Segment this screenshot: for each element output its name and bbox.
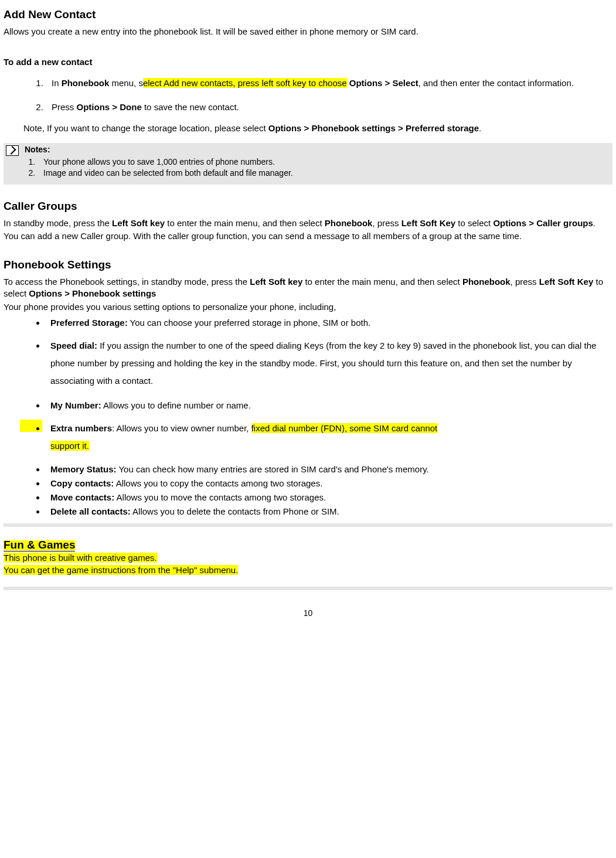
highlight: elect Add new contacts, press left soft …: [143, 78, 347, 88]
text: Note, If you want to change the storage …: [23, 123, 268, 133]
text: .: [593, 218, 595, 228]
storage-note: Note, If you want to change the storage …: [23, 119, 612, 138]
text-bold: Options > Phonebook settings: [29, 288, 156, 298]
section-divider: [4, 523, 612, 527]
text: to select: [455, 218, 493, 228]
label: Move contacts:: [50, 492, 114, 502]
text: to enter the main menu, and then select: [302, 277, 462, 287]
text-bold: Left Soft key: [250, 277, 302, 287]
list-item: Delete all contacts: Allows you to delet…: [46, 505, 612, 517]
text: Allows you to copy the contacts among tw…: [114, 478, 322, 488]
highlight: support it.: [50, 441, 89, 451]
notes-item: Your phone allows you to save 1,000 entr…: [38, 156, 610, 168]
text: : Allows you to view owner number,: [112, 423, 251, 433]
text-bold: Options > Done: [77, 102, 142, 112]
text: You can check how many entries are store…: [117, 464, 429, 474]
steps-list: In Phonebook menu, select Add new contac…: [4, 74, 612, 113]
step-2: Press Options > Done to save the new con…: [46, 101, 612, 113]
list-item: Memory Status: You can check how many en…: [46, 463, 612, 475]
text-bold: Phonebook: [462, 277, 511, 287]
heading-caller-groups: Caller Groups: [4, 199, 612, 214]
highlight: fixed dial number (FDN), some SIM card c…: [251, 423, 438, 433]
pb-settings-p1: To access the Phonebook settings, in sta…: [4, 276, 612, 300]
text: Allows you to define number or name.: [101, 400, 251, 410]
fun-games-line2: You can get the game instructions from t…: [4, 564, 612, 576]
fun-games-line1: This phone is built with creative games.: [4, 552, 612, 564]
fun-games-heading-wrap: Fun & Games: [4, 537, 612, 553]
label: Preferred Storage:: [50, 318, 128, 328]
label: Speed dial:: [50, 341, 97, 350]
step-1: In Phonebook menu, select Add new contac…: [46, 74, 612, 93]
heading-phonebook-settings: Phonebook Settings: [4, 257, 612, 273]
notes-box: Notes: Your phone allows you to save 1,0…: [4, 143, 612, 185]
label: My Number:: [50, 400, 101, 410]
label: Extra numbers: [50, 423, 112, 433]
text: , press: [372, 218, 401, 228]
heading-fun-games: Fun & Games: [4, 539, 75, 551]
caller-groups-p1: In standby mode, press the Left Soft key…: [4, 217, 612, 229]
text: to enter the main menu, and then select: [165, 218, 325, 228]
text-bold: Options > Caller groups: [493, 218, 593, 228]
text-bold: Left Soft key: [112, 218, 165, 228]
text-bold: Options > Phonebook settings > Preferred…: [268, 123, 479, 133]
highlight: You can get the game instructions from t…: [4, 565, 238, 575]
page-number: 10: [4, 608, 612, 619]
text-bold: Left Soft Key: [401, 218, 456, 228]
label: Memory Status:: [50, 464, 117, 474]
list-item: Preferred Storage: You can choose your p…: [46, 316, 612, 329]
list-item: Speed dial: If you assign the number to …: [46, 337, 612, 390]
notes-title: Notes:: [25, 144, 610, 155]
highlight: This phone is built with creative games.: [4, 553, 157, 563]
text: You can choose your preferred storage in…: [128, 318, 370, 328]
subheading: To add a new contact: [4, 56, 612, 68]
intro-text: Allows you create a new entry into the p…: [4, 26, 612, 38]
text: .: [479, 123, 481, 133]
list-item-extra-numbers: Extra numbers: Allows you to view owner …: [46, 420, 612, 455]
pb-settings-p2: Your phone provides you various setting …: [4, 301, 612, 313]
list-item: My Number: Allows you to define number o…: [46, 399, 612, 411]
text: If you assign the number to one of the s…: [50, 341, 596, 386]
caller-groups-p2: You can add a new Caller group. With the…: [4, 230, 612, 242]
text: to save the new contact.: [142, 102, 239, 112]
text: Allows you to delete the contacts from P…: [131, 506, 339, 516]
text: , press: [511, 277, 539, 287]
notes-item: Image and video can be selected from bot…: [38, 168, 610, 179]
text: , and then enter the contact information…: [418, 78, 574, 88]
heading-add-new-contact: Add New Contact: [4, 7, 612, 22]
label: Copy contacts:: [50, 478, 114, 488]
text-bold: Left Soft Key: [539, 277, 594, 287]
label: Delete all contacts:: [50, 506, 131, 516]
list-item: Move contacts: Allows you to move the co…: [46, 491, 612, 503]
text: menu, s: [109, 78, 143, 88]
text-bold: Phonebook: [62, 78, 110, 88]
section-divider: [4, 587, 612, 590]
text: In: [52, 78, 62, 88]
text-bold: Phonebook: [325, 218, 373, 228]
note-icon: [6, 145, 19, 156]
text-bold: Options > Select: [349, 78, 418, 88]
list-item: Copy contacts: Allows you to copy the co…: [46, 477, 612, 489]
text: To access the Phonebook settings, in sta…: [4, 277, 250, 287]
text: Press: [52, 102, 77, 112]
text: Allows you to move the contacts among tw…: [114, 492, 326, 502]
text: In standby mode, press the: [4, 218, 112, 228]
settings-list: Preferred Storage: You can choose your p…: [4, 316, 612, 517]
